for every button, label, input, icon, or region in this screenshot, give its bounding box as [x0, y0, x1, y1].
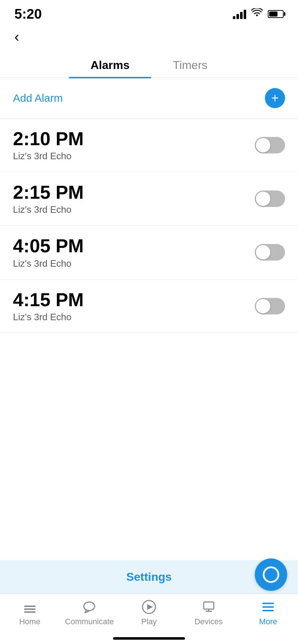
alarm-device: Liz's 3rd Echo [13, 151, 84, 162]
alarm-info: 4:05 PM Liz's 3rd Echo [13, 236, 84, 269]
svg-rect-2 [24, 611, 36, 613]
svg-rect-0 [24, 606, 36, 607]
alarms-list: 2:10 PM Liz's 3rd Echo 2:15 PM Liz's 3rd… [0, 119, 298, 333]
bottom-nav: Home Communicate Play Devices More [0, 594, 298, 644]
alarm-toggle-3[interactable] [255, 298, 285, 314]
tab-alarms[interactable]: Alarms [69, 52, 151, 78]
alarm-item: 4:05 PM Liz's 3rd Echo [0, 226, 298, 279]
communicate-icon [81, 599, 97, 615]
svg-point-3 [84, 602, 95, 611]
svg-rect-7 [262, 603, 274, 604]
toggle-knob [256, 245, 270, 259]
add-alarm-button[interactable]: + [265, 88, 285, 108]
alarm-item: 2:15 PM Liz's 3rd Echo [0, 172, 298, 226]
alarm-info: 2:15 PM Liz's 3rd Echo [13, 182, 84, 215]
wifi-icon [251, 8, 263, 20]
add-alarm-row: Add Alarm + [0, 78, 298, 119]
alarm-time: 4:05 PM [13, 236, 84, 256]
nav-play[interactable]: Play [119, 599, 179, 626]
back-button[interactable]: ‹ [0, 25, 298, 49]
toggle-knob [256, 299, 270, 313]
back-arrow-icon: ‹ [14, 29, 19, 45]
toggle-knob [256, 192, 270, 206]
alarm-item: 4:15 PM Liz's 3rd Echo [0, 280, 298, 333]
settings-label: Settings [126, 570, 172, 583]
status-time: 5:20 [14, 6, 42, 22]
devices-icon [201, 599, 217, 615]
alarm-time: 2:10 PM [13, 129, 84, 149]
home-indicator [113, 637, 185, 640]
nav-communicate-label: Communicate [65, 617, 114, 626]
alarm-device: Liz's 3rd Echo [13, 204, 84, 215]
home-icon [22, 599, 38, 615]
nav-play-label: Play [141, 617, 157, 626]
alarm-time: 4:15 PM [13, 290, 84, 310]
tabs-container: Alarms Timers [0, 52, 298, 78]
alarm-time: 2:15 PM [13, 182, 84, 203]
nav-more[interactable]: More [238, 599, 298, 626]
svg-rect-8 [262, 606, 274, 608]
svg-marker-5 [147, 604, 153, 610]
alexa-icon [263, 566, 279, 583]
alarm-toggle-2[interactable] [255, 244, 285, 261]
alexa-button[interactable] [255, 558, 287, 591]
signal-icon [233, 9, 246, 19]
alarm-device: Liz's 3rd Echo [13, 258, 84, 269]
svg-rect-9 [262, 610, 274, 611]
status-bar: 5:20 [0, 0, 298, 25]
alarm-info: 2:10 PM Liz's 3rd Echo [13, 129, 84, 162]
nav-home[interactable]: Home [0, 599, 60, 626]
status-icons [233, 8, 284, 20]
nav-devices-label: Devices [194, 617, 222, 626]
alarm-info: 4:15 PM Liz's 3rd Echo [13, 290, 84, 323]
toggle-knob [256, 138, 270, 152]
tab-timers[interactable]: Timers [151, 52, 229, 78]
play-icon [141, 599, 157, 615]
battery-icon [268, 10, 284, 18]
svg-rect-6 [204, 602, 214, 609]
svg-rect-1 [24, 608, 36, 610]
alarm-item: 2:10 PM Liz's 3rd Echo [0, 119, 298, 172]
nav-devices[interactable]: Devices [179, 599, 239, 626]
settings-bar[interactable]: Settings [0, 560, 298, 594]
alarm-device: Liz's 3rd Echo [13, 312, 84, 323]
alarm-toggle-1[interactable] [255, 190, 285, 207]
alarm-toggle-0[interactable] [255, 137, 285, 153]
nav-more-label: More [259, 617, 277, 626]
nav-home-label: Home [19, 617, 40, 626]
add-alarm-label[interactable]: Add Alarm [13, 92, 63, 104]
more-icon [260, 599, 276, 615]
nav-communicate[interactable]: Communicate [60, 599, 119, 626]
